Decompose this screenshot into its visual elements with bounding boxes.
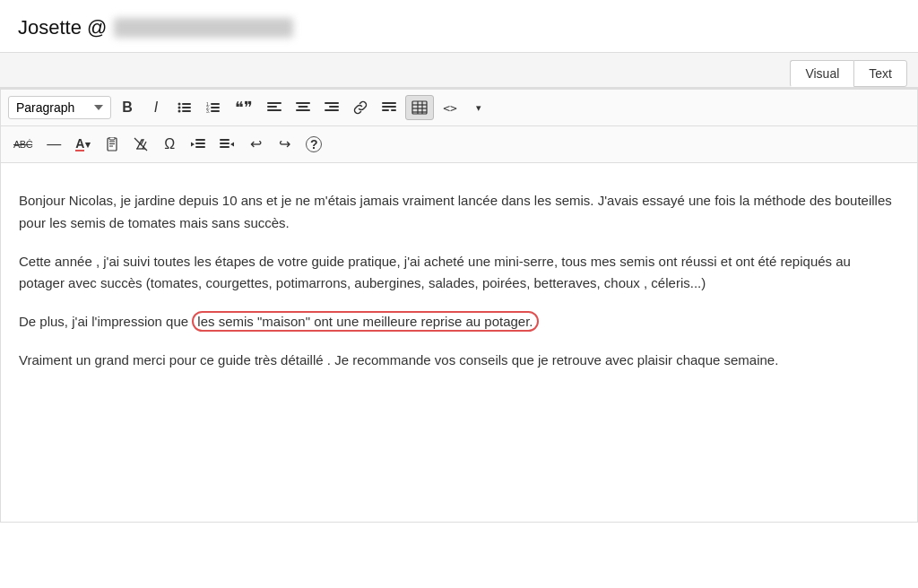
table-button[interactable] xyxy=(405,95,434,120)
paragraph3-highlight: les semis "maison" ont une meilleure rep… xyxy=(192,311,538,332)
svg-point-2 xyxy=(178,107,181,109)
svg-point-0 xyxy=(178,103,181,106)
align-center-button[interactable] xyxy=(290,95,316,120)
svg-rect-21 xyxy=(382,102,396,104)
svg-rect-14 xyxy=(267,109,281,111)
svg-marker-43 xyxy=(230,143,234,147)
svg-text:3.: 3. xyxy=(206,108,210,114)
svg-rect-24 xyxy=(391,109,396,111)
special-char-button[interactable]: Ω xyxy=(157,132,182,157)
page-wrapper: Josette @ Visual Text Paragraph Heading … xyxy=(0,0,918,588)
tab-visual[interactable]: Visual xyxy=(790,60,853,87)
horizontal-rule-button[interactable]: — xyxy=(41,132,66,157)
svg-rect-20 xyxy=(325,109,339,111)
indent-button[interactable] xyxy=(214,132,239,157)
code-button[interactable]: <> xyxy=(437,95,463,120)
svg-rect-22 xyxy=(382,106,396,108)
toolbar-row-1: Paragraph Heading 1 Heading 2 Heading 3 … xyxy=(1,90,917,126)
svg-rect-42 xyxy=(220,146,230,148)
help-button[interactable]: ? xyxy=(300,132,327,157)
svg-rect-23 xyxy=(382,109,389,111)
page-title: Josette @ xyxy=(18,16,900,39)
svg-rect-11 xyxy=(211,110,220,112)
svg-rect-37 xyxy=(195,143,205,144)
svg-rect-17 xyxy=(296,109,310,111)
svg-rect-9 xyxy=(211,107,220,108)
paragraph3-before: De plus, j'ai l'impression que xyxy=(19,314,188,329)
editor-tab-bar: Visual Text xyxy=(0,53,918,88)
outdent-button[interactable] xyxy=(186,132,211,157)
content-paragraph-4: Vraiment un grand merci pour ce guide tr… xyxy=(19,350,899,372)
unordered-list-button[interactable] xyxy=(172,95,197,120)
page-header: Josette @ xyxy=(0,0,918,53)
editor-wrapper: Paragraph Heading 1 Heading 2 Heading 3 … xyxy=(0,89,918,523)
toolbar-dropdown-button[interactable]: ▾ xyxy=(466,95,491,120)
link-button[interactable] xyxy=(348,95,373,120)
tab-text[interactable]: Text xyxy=(853,60,907,87)
content-paragraph-3: De plus, j'ai l'impression que les semis… xyxy=(19,311,899,333)
paragraph-select[interactable]: Paragraph Heading 1 Heading 2 Heading 3 … xyxy=(8,96,111,119)
svg-rect-38 xyxy=(195,146,205,148)
bold-button[interactable]: B xyxy=(115,95,140,120)
svg-rect-3 xyxy=(182,107,191,108)
svg-rect-13 xyxy=(267,106,277,108)
svg-rect-7 xyxy=(211,103,220,105)
align-right-button[interactable] xyxy=(319,95,344,120)
svg-marker-39 xyxy=(191,143,195,147)
blockquote-button[interactable]: ❝❞ xyxy=(230,95,258,120)
svg-rect-19 xyxy=(329,106,339,108)
svg-rect-41 xyxy=(220,143,230,144)
italic-button[interactable]: I xyxy=(143,95,169,120)
svg-rect-32 xyxy=(109,137,115,140)
align-left-button[interactable] xyxy=(262,95,287,120)
redo-button[interactable]: ↪ xyxy=(272,132,297,157)
paste-button[interactable] xyxy=(100,132,125,157)
svg-rect-1 xyxy=(182,103,191,105)
text-color-button[interactable]: A ▾ xyxy=(70,132,96,157)
editor-content[interactable]: Bonjour Nicolas, je jardine depuis 10 an… xyxy=(1,163,917,522)
title-text: Josette @ xyxy=(18,16,107,39)
ordered-list-button[interactable]: 1. 2. 3. xyxy=(201,95,226,120)
more-button[interactable] xyxy=(377,95,402,120)
clear-format-button[interactable] xyxy=(128,132,153,157)
strikethrough-button[interactable]: ABĊ xyxy=(8,132,38,157)
svg-rect-36 xyxy=(195,139,205,141)
svg-rect-18 xyxy=(325,102,339,104)
svg-rect-16 xyxy=(299,106,308,108)
svg-point-4 xyxy=(178,110,181,113)
svg-rect-12 xyxy=(267,102,281,104)
toolbar-row-2: ABĊ — A ▾ xyxy=(1,126,917,163)
svg-rect-15 xyxy=(296,102,310,104)
email-blurred xyxy=(114,18,293,38)
content-paragraph-1: Bonjour Nicolas, je jardine depuis 10 an… xyxy=(19,190,899,235)
undo-button[interactable]: ↩ xyxy=(243,132,268,157)
content-paragraph-2: Cette année , j'ai suivi toutes les étap… xyxy=(19,251,899,296)
svg-rect-5 xyxy=(182,110,191,112)
svg-rect-40 xyxy=(220,139,230,141)
